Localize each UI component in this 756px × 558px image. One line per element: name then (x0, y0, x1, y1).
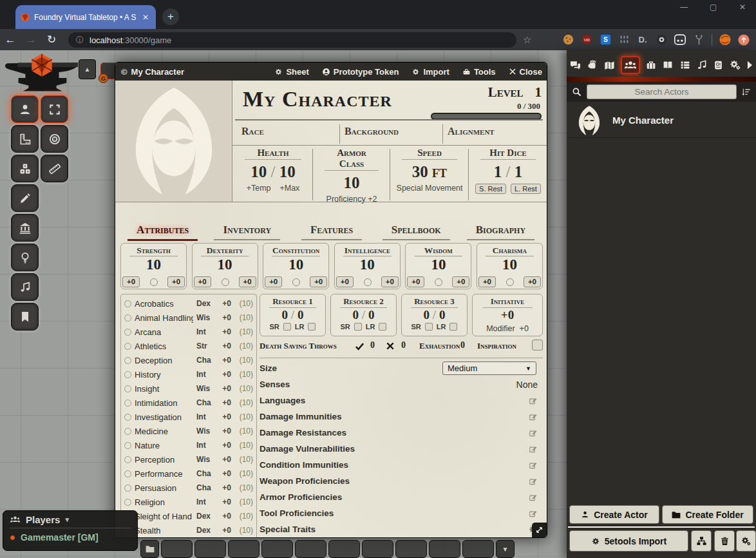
hotbar-page-button[interactable]: ▼ (496, 540, 515, 558)
skill-name[interactable]: Persuasion (135, 483, 193, 493)
browser-tab[interactable]: Foundry Virtual Tabletop • A Stan ✕ (15, 5, 156, 29)
macro-folder-button[interactable] (140, 540, 159, 558)
skill-row[interactable]: Persuasion Cha +0 (10) (124, 481, 253, 495)
skill-name[interactable]: Nature (135, 441, 193, 450)
macro-slot[interactable] (295, 540, 326, 558)
resource-value[interactable]: 0 (424, 308, 430, 322)
ability-score[interactable]: 10 (121, 256, 186, 273)
ability-proficiency-radio[interactable] (150, 278, 158, 286)
sheet-config-button[interactable]: Sheet (274, 67, 308, 77)
macro-slot[interactable] (362, 540, 393, 558)
skill-row[interactable]: Intimidation Cha +0 (10) (124, 396, 253, 410)
tile-controls-button[interactable] (11, 155, 39, 182)
hp-tempmax-label[interactable]: +Max (279, 184, 299, 193)
tab-features[interactable]: Features (289, 224, 373, 241)
window-close-icon[interactable]: ✕ (739, 3, 746, 12)
ability-name[interactable]: Wisdom (406, 245, 471, 256)
macro-slot[interactable] (261, 540, 293, 558)
skill-row[interactable]: Medicine Wis +0 (10) (124, 424, 253, 438)
tab-attributes[interactable]: Attributes (120, 224, 205, 241)
tab-close-icon[interactable]: ✕ (140, 13, 151, 22)
skill-proficiency-radio[interactable] (124, 399, 131, 407)
skill-proficiency-radio[interactable] (124, 314, 131, 322)
ability-name[interactable]: Dexterity (193, 245, 258, 256)
skill-row[interactable]: History Int +0 (10) (124, 367, 253, 381)
ability-name[interactable]: Charisma (477, 245, 542, 256)
tab-tables[interactable] (679, 59, 691, 71)
edit-trait-icon[interactable] (529, 461, 538, 470)
skill-name[interactable]: Deception (135, 356, 193, 365)
notes-controls-button[interactable] (11, 303, 39, 331)
skill-name[interactable]: Sleight of Hand (135, 512, 193, 521)
tab-journal[interactable] (661, 59, 674, 71)
measure-distance-button[interactable] (41, 155, 68, 182)
profile-avatar[interactable] (719, 34, 731, 46)
skill-row[interactable]: Performance Cha +0 (10) (124, 467, 253, 481)
bookmark-star-icon[interactable]: ☆ (523, 34, 531, 46)
edit-trait-icon[interactable] (529, 445, 538, 454)
lr-checkbox[interactable] (308, 323, 316, 331)
skill-name[interactable]: History (135, 370, 193, 380)
ability-score[interactable]: 10 (406, 256, 471, 273)
tab-combat[interactable] (587, 59, 598, 71)
ability-proficiency-radio[interactable] (435, 278, 442, 286)
ability-score[interactable]: 10 (335, 256, 400, 273)
skill-proficiency-radio[interactable] (124, 371, 131, 378)
armor-class-block[interactable]: Armor Class 10 Proficiency +2 (314, 148, 390, 202)
edit-trait-icon[interactable] (529, 493, 538, 502)
skill-name[interactable]: Perception (135, 455, 193, 465)
search-input[interactable] (587, 84, 737, 99)
skill-row[interactable]: Nature Int +0 (10) (124, 438, 253, 452)
skill-proficiency-radio[interactable] (124, 414, 131, 421)
skill-row[interactable]: Religion Int +0 (10) (124, 495, 253, 509)
select-tokens-button[interactable] (41, 95, 68, 123)
character-sheet-window[interactable]: © My Character Sheet Prototype Token Imp… (115, 62, 547, 538)
edit-trait-icon[interactable] (529, 412, 538, 421)
level-display[interactable]: Level1 (488, 84, 542, 101)
initiative-value[interactable]: +0 (473, 308, 542, 322)
skill-proficiency-radio[interactable] (124, 428, 131, 435)
skill-row[interactable]: Perception Wis +0 (10) (124, 452, 253, 467)
wall-controls-button[interactable] (11, 214, 39, 242)
skill-row[interactable]: Deception Cha +0 (10) (124, 353, 253, 367)
hit-dice-current[interactable]: 1 (494, 163, 502, 180)
players-caret-icon[interactable]: ▾ (65, 515, 69, 524)
skill-name[interactable]: Athletics (135, 342, 193, 351)
skill-name[interactable]: Intimidation (135, 398, 193, 408)
inspiration-checkbox[interactable] (532, 340, 543, 351)
actor-list-item[interactable]: My Character (567, 103, 756, 138)
skill-name[interactable]: Insight (135, 384, 193, 394)
size-select[interactable]: Medium▼ (442, 361, 536, 375)
ability-name[interactable]: Intelligence (335, 245, 400, 256)
character-name[interactable]: My Character (243, 87, 392, 111)
ability-name[interactable]: Strength (121, 245, 186, 256)
resource-max[interactable]: 0 (298, 308, 304, 322)
hp-temp-label[interactable]: +Temp (247, 184, 271, 193)
short-rest-button[interactable]: S. Rest (475, 184, 506, 194)
resource-title[interactable]: Resource 2 (340, 296, 387, 308)
skill-name[interactable]: Performance (135, 469, 193, 479)
skill-row[interactable]: Stealth Dex +0 (10) (124, 523, 253, 537)
browser-update-icon[interactable] (738, 34, 750, 46)
5etools-import-button[interactable]: 5etools Import (569, 530, 688, 552)
skill-name[interactable]: Acrobatics (135, 299, 193, 309)
folder-tree-button[interactable] (691, 530, 712, 552)
macro-slot[interactable] (395, 540, 427, 558)
hit-dice-max[interactable]: 1 (515, 163, 523, 180)
token-controls-button[interactable] (11, 95, 39, 123)
ublock-extension-icon[interactable]: UO (581, 34, 592, 46)
ability-proficiency-radio[interactable] (292, 278, 300, 286)
import-button[interactable]: Import (411, 67, 449, 77)
skill-proficiency-radio[interactable] (124, 485, 131, 492)
tab-chat[interactable] (569, 59, 581, 72)
skill-name[interactable]: Arcana (135, 327, 193, 337)
xp-text[interactable]: 0 / 300 (517, 101, 540, 111)
death-failure-icon[interactable] (386, 342, 395, 351)
skill-row[interactable]: Investigation Int +0 (10) (124, 410, 253, 424)
initiative-modifier-value[interactable]: +0 (520, 324, 529, 333)
measure-templates-button[interactable] (11, 125, 39, 153)
sr-checkbox[interactable] (354, 323, 362, 331)
skill-row[interactable]: Animal Handling Wis +0 (10) (124, 311, 253, 325)
fork-extension-icon[interactable] (693, 34, 704, 46)
senses-row[interactable]: Senses None (260, 376, 543, 392)
